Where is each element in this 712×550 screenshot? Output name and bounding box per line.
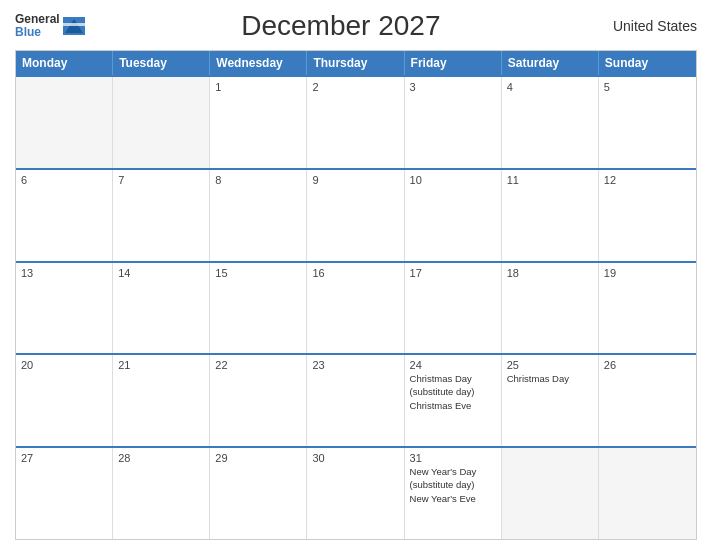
calendar-cell: 23 xyxy=(307,355,404,446)
day-number: 8 xyxy=(215,174,301,186)
calendar-cell: 16 xyxy=(307,263,404,354)
calendar-cell: 29 xyxy=(210,448,307,539)
calendar-cell xyxy=(16,77,113,168)
calendar-week-4: 2021222324Christmas Day (substitute day)… xyxy=(16,353,696,446)
calendar-cell: 12 xyxy=(599,170,696,261)
calendar-cell: 9 xyxy=(307,170,404,261)
calendar-cell: 28 xyxy=(113,448,210,539)
logo: General Blue xyxy=(15,13,85,39)
calendar-cell: 4 xyxy=(502,77,599,168)
calendar-cell: 10 xyxy=(405,170,502,261)
day-number: 18 xyxy=(507,267,593,279)
calendar-cell xyxy=(502,448,599,539)
calendar-cell: 19 xyxy=(599,263,696,354)
day-number: 17 xyxy=(410,267,496,279)
day-number: 11 xyxy=(507,174,593,186)
holiday-label: New Year's Eve xyxy=(410,493,496,505)
calendar-cell: 5 xyxy=(599,77,696,168)
day-number: 10 xyxy=(410,174,496,186)
calendar-cell xyxy=(113,77,210,168)
day-header-saturday: Saturday xyxy=(502,51,599,75)
calendar-cell: 14 xyxy=(113,263,210,354)
holiday-label: Christmas Day xyxy=(507,373,593,385)
logo-blue-text: Blue xyxy=(15,26,60,39)
calendar-cell: 13 xyxy=(16,263,113,354)
calendar-week-5: 2728293031New Year's Day (substitute day… xyxy=(16,446,696,539)
day-number: 4 xyxy=(507,81,593,93)
holiday-label: Christmas Eve xyxy=(410,400,496,412)
day-number: 31 xyxy=(410,452,496,464)
day-number: 2 xyxy=(312,81,398,93)
day-number: 20 xyxy=(21,359,107,371)
day-number: 5 xyxy=(604,81,691,93)
calendar-week-1: 12345 xyxy=(16,75,696,168)
day-number: 24 xyxy=(410,359,496,371)
calendar-cell: 22 xyxy=(210,355,307,446)
calendar-cell: 11 xyxy=(502,170,599,261)
calendar-grid: MondayTuesdayWednesdayThursdayFridaySatu… xyxy=(15,50,697,540)
day-number: 3 xyxy=(410,81,496,93)
calendar-cell: 24Christmas Day (substitute day)Christma… xyxy=(405,355,502,446)
calendar-cell xyxy=(599,448,696,539)
calendar-cell: 21 xyxy=(113,355,210,446)
day-number: 29 xyxy=(215,452,301,464)
calendar-cell: 3 xyxy=(405,77,502,168)
day-number: 27 xyxy=(21,452,107,464)
day-number: 14 xyxy=(118,267,204,279)
calendar-page: General Blue December 2027 United States… xyxy=(0,0,712,550)
calendar-cell: 30 xyxy=(307,448,404,539)
day-header-sunday: Sunday xyxy=(599,51,696,75)
holiday-label: New Year's Day (substitute day) xyxy=(410,466,496,491)
day-number: 19 xyxy=(604,267,691,279)
day-number: 26 xyxy=(604,359,691,371)
calendar-week-3: 13141516171819 xyxy=(16,261,696,354)
page-title: December 2027 xyxy=(85,10,597,42)
calendar-cell: 7 xyxy=(113,170,210,261)
calendar-cell: 26 xyxy=(599,355,696,446)
day-number: 16 xyxy=(312,267,398,279)
calendar-cell: 17 xyxy=(405,263,502,354)
day-number: 7 xyxy=(118,174,204,186)
calendar-cell: 8 xyxy=(210,170,307,261)
day-number: 6 xyxy=(21,174,107,186)
calendar-cell: 1 xyxy=(210,77,307,168)
day-number: 9 xyxy=(312,174,398,186)
logo-icon xyxy=(63,17,85,35)
svg-rect-2 xyxy=(63,23,85,26)
calendar-cell: 2 xyxy=(307,77,404,168)
day-header-thursday: Thursday xyxy=(307,51,404,75)
day-header-tuesday: Tuesday xyxy=(113,51,210,75)
calendar-header-row: MondayTuesdayWednesdayThursdayFridaySatu… xyxy=(16,51,696,75)
day-header-wednesday: Wednesday xyxy=(210,51,307,75)
day-number: 28 xyxy=(118,452,204,464)
page-header: General Blue December 2027 United States xyxy=(15,10,697,42)
day-number: 21 xyxy=(118,359,204,371)
day-number: 25 xyxy=(507,359,593,371)
calendar-body: 123456789101112131415161718192021222324C… xyxy=(16,75,696,539)
calendar-cell: 27 xyxy=(16,448,113,539)
day-header-friday: Friday xyxy=(405,51,502,75)
day-number: 12 xyxy=(604,174,691,186)
holiday-label: Christmas Day (substitute day) xyxy=(410,373,496,398)
calendar-cell: 31New Year's Day (substitute day)New Yea… xyxy=(405,448,502,539)
day-number: 30 xyxy=(312,452,398,464)
day-number: 15 xyxy=(215,267,301,279)
day-number: 23 xyxy=(312,359,398,371)
calendar-cell: 25Christmas Day xyxy=(502,355,599,446)
day-number: 13 xyxy=(21,267,107,279)
day-number: 22 xyxy=(215,359,301,371)
day-header-monday: Monday xyxy=(16,51,113,75)
country-label: United States xyxy=(597,18,697,34)
calendar-week-2: 6789101112 xyxy=(16,168,696,261)
day-number: 1 xyxy=(215,81,301,93)
calendar-cell: 18 xyxy=(502,263,599,354)
calendar-cell: 15 xyxy=(210,263,307,354)
calendar-cell: 20 xyxy=(16,355,113,446)
calendar-cell: 6 xyxy=(16,170,113,261)
logo-text: General Blue xyxy=(15,13,60,39)
